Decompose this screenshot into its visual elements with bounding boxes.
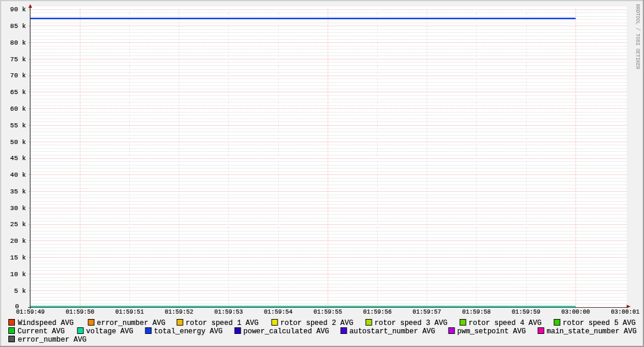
svg-text:01:59:56: 01:59:56 [363, 309, 391, 315]
svg-text:03:00:01: 03:00:01 [611, 309, 639, 315]
svg-text:45 k: 45 k [10, 155, 26, 162]
svg-text:50 k: 50 k [10, 139, 26, 146]
svg-text:pwm_setpoint AVG: pwm_setpoint AVG [458, 327, 526, 336]
svg-text:rotor speed 1 AVG: rotor speed 1 AVG [186, 319, 259, 327]
svg-text:01:59:57: 01:59:57 [413, 309, 441, 315]
svg-text:80 k: 80 k [10, 39, 26, 46]
svg-text:01:59:50: 01:59:50 [66, 309, 94, 315]
svg-text:25 k: 25 k [10, 221, 26, 228]
svg-text:15 k: 15 k [10, 254, 26, 261]
svg-text:01:59:58: 01:59:58 [462, 309, 491, 315]
svg-text:30 k: 30 k [10, 205, 26, 212]
svg-text:total_energy AVG: total_energy AVG [154, 327, 223, 336]
svg-text:01:59:53: 01:59:53 [214, 309, 243, 315]
svg-text:20 k: 20 k [10, 237, 26, 245]
svg-text:01:59:49: 01:59:49 [16, 309, 45, 315]
svg-text:90 k: 90 k [10, 6, 26, 13]
svg-text:55 k: 55 k [10, 122, 26, 129]
svg-text:40 k: 40 k [10, 171, 26, 179]
svg-text:85 k: 85 k [10, 23, 26, 30]
svg-text:rotor speed 5 AVG: rotor speed 5 AVG [563, 319, 636, 327]
svg-text:error_number AVG: error_number AVG [18, 336, 86, 344]
svg-text:Windspeed AVG: Windspeed AVG [18, 319, 74, 327]
svg-text:10 k: 10 k [10, 271, 26, 278]
svg-text:voltage AVG: voltage AVG [86, 327, 133, 336]
svg-text:01:59:54: 01:59:54 [264, 309, 293, 315]
svg-text:03:00:00: 03:00:00 [561, 309, 590, 315]
svg-text:01:59:52: 01:59:52 [165, 309, 194, 315]
svg-text:Current AVG: Current AVG [18, 327, 65, 336]
svg-text:power_calculated AVG: power_calculated AVG [244, 327, 329, 336]
svg-text:70 k: 70 k [10, 72, 26, 79]
svg-text:autostart_number AVG: autostart_number AVG [350, 327, 435, 336]
svg-text:error_number AVG: error_number AVG [97, 319, 166, 327]
svg-text:rotor speed 2 AVG: rotor speed 2 AVG [281, 319, 353, 327]
svg-text:60 k: 60 k [10, 105, 26, 112]
svg-text:35 k: 35 k [10, 188, 26, 195]
svg-text:01:59:55: 01:59:55 [313, 309, 342, 315]
svg-text:65 k: 65 k [10, 89, 26, 96]
svg-text:rotor speed 4 AVG: rotor speed 4 AVG [469, 319, 542, 327]
svg-text:01:59:51: 01:59:51 [115, 309, 144, 315]
svg-text:01:59:59: 01:59:59 [512, 309, 540, 315]
svg-text:RRDTOOL / TOBI OETIKER: RRDTOOL / TOBI OETIKER [635, 4, 640, 70]
svg-text:rotor speed 3 AVG: rotor speed 3 AVG [375, 319, 447, 327]
svg-text:main_state_number AVG: main_state_number AVG [547, 327, 637, 336]
svg-text:5 k: 5 k [14, 287, 26, 295]
svg-text:75 k: 75 k [10, 56, 26, 63]
